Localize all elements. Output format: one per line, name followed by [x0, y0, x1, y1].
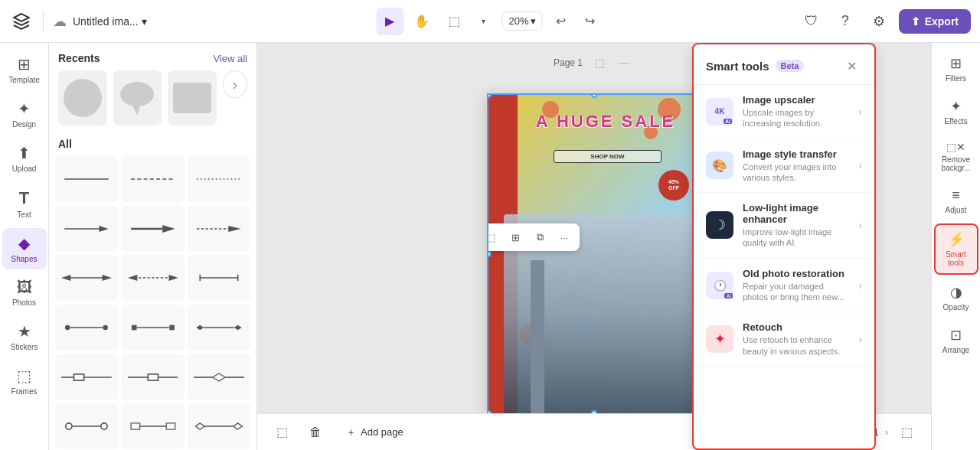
file-name-btn[interactable]: Untitled ima... ▾ — [73, 15, 147, 28]
svg-marker-13 — [103, 275, 112, 281]
shape-dot-line-3[interactable] — [188, 305, 250, 351]
copy-tool-btn[interactable]: ⧉ — [529, 227, 550, 248]
sidebar-item-stickers[interactable]: ★ Stickers — [2, 316, 47, 357]
crop-tool-btn[interactable]: ⬚ — [487, 227, 501, 248]
shape-dot-line-1[interactable] — [55, 305, 118, 351]
shield-icon[interactable]: 🛡 — [798, 8, 825, 35]
view-all-btn[interactable]: View all — [213, 53, 247, 64]
sidebar-item-shapes[interactable]: ◆ Shapes — [2, 228, 47, 269]
badge-text: 45% — [668, 179, 679, 185]
next-page-btn[interactable]: › — [885, 426, 888, 438]
more-tool-btn[interactable]: ··· — [554, 227, 575, 248]
smart-tool-photo-restoration[interactable]: 🕐 AI Old photo restoration Repair your d… — [694, 259, 874, 313]
low-light-icon: ☽ — [706, 211, 733, 239]
arrange-icon: ⊡ — [950, 327, 962, 344]
expand-btn[interactable]: ⬚ — [894, 420, 919, 445]
shape-diamond-end-1[interactable] — [188, 403, 250, 449]
add-page-icon: ＋ — [346, 426, 356, 439]
cloud-save-icon[interactable]: ☁ — [53, 13, 67, 30]
badge-off-text: OFF — [668, 185, 679, 191]
upscaler-name: Image upscaler — [743, 94, 849, 106]
zoom-control[interactable]: 20% ▾ — [501, 11, 542, 31]
page-expand-btn[interactable]: ⬚ — [589, 52, 610, 73]
select-tool-btn[interactable]: ▶ — [376, 8, 403, 35]
smart-tool-style-transfer[interactable]: 🎨 Image style transfer Convert your imag… — [694, 139, 874, 194]
right-item-smart-tools[interactable]: ⚡ Smart tools — [934, 223, 978, 275]
shape-double-arrow-dotted[interactable] — [121, 255, 184, 301]
undo-btn[interactable]: ↩ — [547, 8, 575, 35]
design-icon: ✦ — [18, 99, 31, 118]
shape-double-arrow[interactable] — [55, 255, 118, 301]
add-page-btn[interactable]: ＋ Add page — [337, 421, 413, 444]
redo-btn[interactable]: ↪ — [577, 8, 604, 35]
upscaler-icon: 4K AI — [706, 98, 733, 126]
help-icon[interactable]: ? — [831, 8, 859, 35]
present-btn[interactable]: ⬚ — [270, 420, 294, 445]
adjust-label: Adjust — [946, 206, 967, 214]
right-item-opacity[interactable]: ◑ Opacity — [934, 278, 978, 318]
page-icons: ⬚ ··· — [589, 52, 635, 73]
sidebar-item-text[interactable]: T Text — [2, 182, 47, 225]
sidebar-item-template[interactable]: ⊞ Template — [2, 49, 47, 90]
low-light-arrow: › — [858, 219, 862, 231]
right-item-adjust[interactable]: ≡ Adjust — [934, 181, 978, 220]
smart-tools-icon: ⚡ — [948, 231, 965, 248]
shape-rect-end-1[interactable] — [121, 403, 184, 449]
shape-rect-dot-1[interactable] — [55, 354, 118, 400]
recents-arrow-btn[interactable]: › — [223, 70, 247, 98]
adjust-icon: ≡ — [952, 188, 960, 204]
page-more-btn[interactable]: ··· — [613, 52, 635, 73]
frames-icon: ⬚ — [17, 367, 31, 385]
canvas-frame[interactable]: A HUGE SALE SHOP NOW ⬚ ⊞ ⧉ ··· 45% OFF — [487, 93, 701, 415]
style-transfer-icon: 🎨 — [706, 152, 733, 179]
shape-dot-line-2[interactable] — [121, 305, 184, 351]
hand-tool-btn[interactable]: ✋ — [408, 8, 436, 35]
shape-solid-line[interactable] — [55, 156, 118, 202]
settings-icon[interactable]: ⚙ — [865, 8, 893, 35]
svg-point-40 — [101, 423, 107, 429]
shape-dashed-line[interactable] — [121, 156, 184, 202]
low-light-text: Low-light image enhancer Improve low-lig… — [743, 202, 849, 249]
smart-panel-close-btn[interactable]: ✕ — [841, 55, 862, 77]
topbar-divider — [43, 11, 44, 32]
trash-btn[interactable]: 🗑 — [303, 420, 328, 445]
shape-rect-dot-2[interactable] — [121, 354, 184, 400]
retouch-icon: ✦ — [706, 325, 733, 353]
bubble-shape — [118, 80, 156, 116]
recent-rect-item[interactable] — [168, 70, 217, 126]
restoration-ai-badge: AI — [724, 293, 733, 298]
sidebar-item-design[interactable]: ✦ Design — [2, 93, 47, 135]
shape-dotted-arrow[interactable] — [188, 206, 250, 252]
smart-tool-retouch[interactable]: ✦ Retouch Use retouch to enhance beauty … — [694, 312, 874, 367]
svg-rect-43 — [166, 423, 175, 429]
upscaler-ai-badge: AI — [724, 119, 732, 124]
svg-point-0 — [120, 82, 154, 106]
recent-circle-item[interactable] — [58, 70, 107, 126]
right-item-arrange[interactable]: ⊡ Arrange — [934, 321, 978, 360]
shape-circle-end-1[interactable] — [55, 403, 118, 449]
right-item-remove-bg[interactable]: ⬚✕ Remove backgr... — [934, 135, 978, 178]
sidebar-item-frames[interactable]: ⬚ Frames — [2, 360, 47, 402]
app-logo[interactable] — [9, 9, 34, 34]
effects-label: Effects — [944, 117, 967, 126]
frame-tool-arrow[interactable]: ▾ — [469, 8, 497, 35]
frame-tool-btn[interactable]: ⬚ — [440, 8, 468, 35]
sidebar-item-photos[interactable]: 🖼 Photos — [2, 272, 47, 313]
recent-bubble-item[interactable] — [113, 70, 162, 126]
undo-redo-group: ↩ ↪ — [547, 8, 604, 35]
shape-diamond-line[interactable] — [188, 354, 250, 400]
export-button[interactable]: ⬆ Export — [899, 9, 971, 34]
right-item-effects[interactable]: ✦ Effects — [934, 92, 978, 132]
smart-tool-image-upscaler[interactable]: 4K AI Image upscaler Upscale images by i… — [694, 85, 874, 139]
grid-tool-btn[interactable]: ⊞ — [505, 227, 526, 248]
smart-tool-low-light[interactable]: ☽ Low-light image enhancer Improve low-l… — [694, 193, 874, 259]
shape-dotted-line[interactable] — [188, 156, 250, 202]
arrange-label: Arrange — [942, 346, 970, 354]
zoom-chevron: ▾ — [531, 15, 536, 27]
right-item-filters[interactable]: ⊞ Filters — [934, 49, 978, 89]
sidebar-item-upload[interactable]: ⬆ Upload — [2, 138, 47, 179]
shape-arrow-right-bold[interactable] — [121, 206, 184, 252]
svg-marker-12 — [61, 275, 70, 281]
shape-arrow-right[interactable] — [55, 206, 118, 252]
shape-bracket-line[interactable] — [188, 255, 250, 301]
